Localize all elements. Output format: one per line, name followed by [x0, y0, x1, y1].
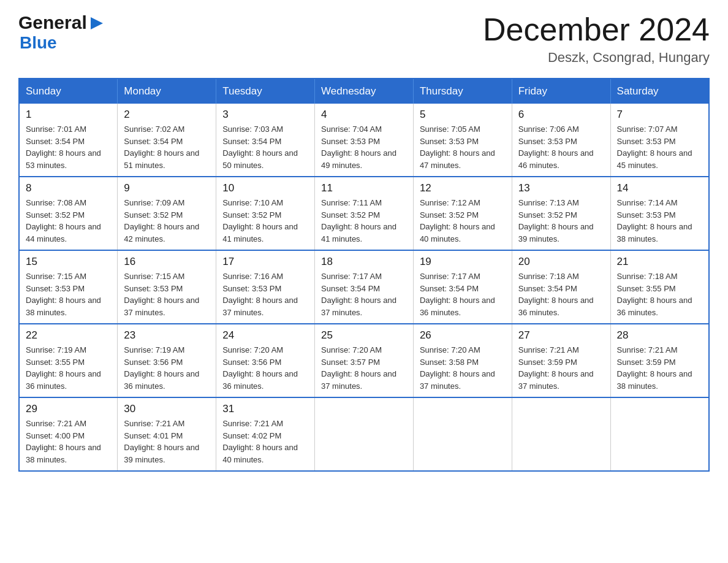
day-info: Sunrise: 7:17 AM Sunset: 3:54 PM Dayligh… [420, 270, 506, 318]
day-info: Sunrise: 7:11 AM Sunset: 3:52 PM Dayligh… [321, 197, 407, 245]
day-info: Sunrise: 7:03 AM Sunset: 3:54 PM Dayligh… [222, 123, 308, 171]
day-number: 21 [617, 256, 702, 268]
day-cell: 8 Sunrise: 7:08 AM Sunset: 3:52 PM Dayli… [19, 177, 118, 250]
day-number: 17 [222, 256, 308, 268]
day-info: Sunrise: 7:21 AM Sunset: 4:02 PM Dayligh… [222, 418, 308, 465]
day-info: Sunrise: 7:18 AM Sunset: 3:55 PM Dayligh… [617, 270, 702, 318]
day-number: 5 [420, 109, 506, 121]
day-cell: 5 Sunrise: 7:05 AM Sunset: 3:53 PM Dayli… [413, 104, 512, 177]
day-cell: 12 Sunrise: 7:12 AM Sunset: 3:52 PM Dayl… [413, 177, 512, 250]
day-info: Sunrise: 7:15 AM Sunset: 3:53 PM Dayligh… [26, 270, 111, 318]
day-cell: 19 Sunrise: 7:17 AM Sunset: 3:54 PM Dayl… [413, 250, 512, 324]
day-cell: 10 Sunrise: 7:10 AM Sunset: 3:52 PM Dayl… [216, 177, 315, 250]
day-number: 19 [420, 256, 506, 268]
calendar-header-row: SundayMondayTuesdayWednesdayThursdayFrid… [19, 79, 709, 104]
day-info: Sunrise: 7:19 AM Sunset: 3:55 PM Dayligh… [26, 344, 111, 392]
header-wednesday: Wednesday [315, 79, 414, 104]
logo: General Blue [18, 12, 105, 53]
header-monday: Monday [118, 79, 216, 104]
day-number: 13 [518, 182, 604, 194]
title-section: December 2024 Deszk, Csongrad, Hungary [483, 12, 710, 66]
day-cell: 4 Sunrise: 7:04 AM Sunset: 3:53 PM Dayli… [315, 104, 414, 177]
header-thursday: Thursday [413, 79, 512, 104]
day-info: Sunrise: 7:04 AM Sunset: 3:53 PM Dayligh… [321, 123, 407, 171]
day-number: 7 [617, 109, 702, 121]
day-cell: 3 Sunrise: 7:03 AM Sunset: 3:54 PM Dayli… [216, 104, 315, 177]
day-number: 12 [420, 182, 506, 194]
header-tuesday: Tuesday [216, 79, 315, 104]
week-row-4: 22 Sunrise: 7:19 AM Sunset: 3:55 PM Dayl… [19, 324, 709, 397]
day-cell: 29 Sunrise: 7:21 AM Sunset: 4:00 PM Dayl… [19, 397, 118, 471]
header-friday: Friday [512, 79, 610, 104]
day-info: Sunrise: 7:08 AM Sunset: 3:52 PM Dayligh… [26, 197, 111, 245]
day-info: Sunrise: 7:05 AM Sunset: 3:53 PM Dayligh… [420, 123, 506, 171]
day-cell [610, 397, 709, 471]
day-number: 27 [518, 329, 604, 342]
day-cell: 11 Sunrise: 7:11 AM Sunset: 3:52 PM Dayl… [315, 177, 414, 250]
day-info: Sunrise: 7:06 AM Sunset: 3:53 PM Dayligh… [518, 123, 604, 171]
day-cell: 20 Sunrise: 7:18 AM Sunset: 3:54 PM Dayl… [512, 250, 610, 324]
header-saturday: Saturday [610, 79, 709, 104]
day-cell [413, 397, 512, 471]
day-cell: 14 Sunrise: 7:14 AM Sunset: 3:53 PM Dayl… [610, 177, 709, 250]
day-info: Sunrise: 7:01 AM Sunset: 3:54 PM Dayligh… [26, 123, 111, 171]
day-info: Sunrise: 7:21 AM Sunset: 3:59 PM Dayligh… [617, 344, 702, 392]
day-number: 9 [124, 182, 210, 194]
day-cell: 13 Sunrise: 7:13 AM Sunset: 3:52 PM Dayl… [512, 177, 610, 250]
day-number: 6 [518, 109, 604, 121]
day-cell: 2 Sunrise: 7:02 AM Sunset: 3:54 PM Dayli… [118, 104, 216, 177]
day-info: Sunrise: 7:17 AM Sunset: 3:54 PM Dayligh… [321, 270, 407, 318]
calendar-table: SundayMondayTuesdayWednesdayThursdayFrid… [18, 78, 710, 472]
day-number: 3 [222, 109, 308, 121]
day-number: 29 [26, 403, 111, 415]
day-number: 4 [321, 109, 407, 121]
day-cell: 9 Sunrise: 7:09 AM Sunset: 3:52 PM Dayli… [118, 177, 216, 250]
day-info: Sunrise: 7:09 AM Sunset: 3:52 PM Dayligh… [124, 197, 210, 245]
day-number: 31 [222, 403, 308, 415]
day-number: 2 [124, 109, 210, 121]
day-cell: 28 Sunrise: 7:21 AM Sunset: 3:59 PM Dayl… [610, 324, 709, 397]
header-sunday: Sunday [19, 79, 118, 104]
day-cell: 30 Sunrise: 7:21 AM Sunset: 4:01 PM Dayl… [118, 397, 216, 471]
day-info: Sunrise: 7:20 AM Sunset: 3:57 PM Dayligh… [321, 344, 407, 392]
day-info: Sunrise: 7:13 AM Sunset: 3:52 PM Dayligh… [518, 197, 604, 245]
logo-blue-text: Blue [20, 33, 57, 52]
day-info: Sunrise: 7:15 AM Sunset: 3:53 PM Dayligh… [124, 270, 210, 318]
day-cell: 1 Sunrise: 7:01 AM Sunset: 3:54 PM Dayli… [19, 104, 118, 177]
week-row-1: 1 Sunrise: 7:01 AM Sunset: 3:54 PM Dayli… [19, 104, 709, 177]
day-number: 1 [26, 109, 111, 121]
day-number: 23 [124, 329, 210, 342]
day-cell: 21 Sunrise: 7:18 AM Sunset: 3:55 PM Dayl… [610, 250, 709, 324]
day-cell: 31 Sunrise: 7:21 AM Sunset: 4:02 PM Dayl… [216, 397, 315, 471]
day-cell: 18 Sunrise: 7:17 AM Sunset: 3:54 PM Dayl… [315, 250, 414, 324]
day-info: Sunrise: 7:20 AM Sunset: 3:58 PM Dayligh… [420, 344, 506, 392]
day-number: 14 [617, 182, 702, 194]
day-number: 8 [26, 182, 111, 194]
day-cell: 25 Sunrise: 7:20 AM Sunset: 3:57 PM Dayl… [315, 324, 414, 397]
day-number: 11 [321, 182, 407, 194]
location-title: Deszk, Csongrad, Hungary [483, 50, 710, 66]
day-info: Sunrise: 7:12 AM Sunset: 3:52 PM Dayligh… [420, 197, 506, 245]
logo-general-text: General [18, 12, 87, 33]
day-number: 26 [420, 329, 506, 342]
day-cell: 16 Sunrise: 7:15 AM Sunset: 3:53 PM Dayl… [118, 250, 216, 324]
day-number: 18 [321, 256, 407, 268]
day-cell: 15 Sunrise: 7:15 AM Sunset: 3:53 PM Dayl… [19, 250, 118, 324]
svg-marker-0 [91, 17, 103, 29]
day-cell: 26 Sunrise: 7:20 AM Sunset: 3:58 PM Dayl… [413, 324, 512, 397]
day-info: Sunrise: 7:18 AM Sunset: 3:54 PM Dayligh… [518, 270, 604, 318]
day-info: Sunrise: 7:02 AM Sunset: 3:54 PM Dayligh… [124, 123, 210, 171]
week-row-2: 8 Sunrise: 7:08 AM Sunset: 3:52 PM Dayli… [19, 177, 709, 250]
day-cell: 24 Sunrise: 7:20 AM Sunset: 3:56 PM Dayl… [216, 324, 315, 397]
day-cell: 27 Sunrise: 7:21 AM Sunset: 3:59 PM Dayl… [512, 324, 610, 397]
day-cell: 23 Sunrise: 7:19 AM Sunset: 3:56 PM Dayl… [118, 324, 216, 397]
day-number: 15 [26, 256, 111, 268]
day-info: Sunrise: 7:21 AM Sunset: 4:01 PM Dayligh… [124, 418, 210, 465]
day-number: 30 [124, 403, 210, 415]
day-info: Sunrise: 7:19 AM Sunset: 3:56 PM Dayligh… [124, 344, 210, 392]
day-number: 10 [222, 182, 308, 194]
day-info: Sunrise: 7:21 AM Sunset: 4:00 PM Dayligh… [26, 418, 111, 465]
day-info: Sunrise: 7:14 AM Sunset: 3:53 PM Dayligh… [617, 197, 702, 245]
day-number: 28 [617, 329, 702, 342]
day-info: Sunrise: 7:07 AM Sunset: 3:53 PM Dayligh… [617, 123, 702, 171]
